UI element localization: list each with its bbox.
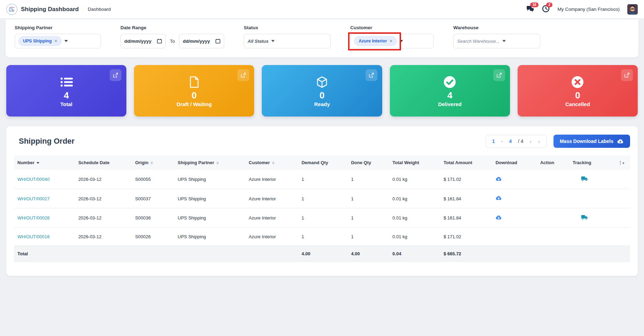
external-link-icon[interactable] (621, 69, 633, 81)
menu-dashboard[interactable]: Dashboard (88, 7, 111, 12)
calendar-icon (215, 39, 220, 43)
card-delivered-label: Delivered (438, 101, 462, 107)
shipping-partner-label: Shipping Partner (15, 25, 101, 30)
external-link-icon[interactable] (237, 69, 249, 81)
messages-button[interactable]: 16 (526, 5, 534, 14)
calendar-icon (157, 39, 162, 43)
filter-bar: Shipping Partner UPS Shipping × Date Ran… (6, 19, 638, 57)
tracking-truck-icon[interactable] (581, 176, 588, 182)
card-total[interactable]: 4 Total (6, 65, 126, 117)
filter-warehouse: Warehouse Search Warehouse... (453, 25, 540, 48)
filter-customer: Customer Azure Interior × (350, 25, 434, 48)
page-end[interactable]: 4 (509, 138, 512, 144)
remove-customer-tag-icon[interactable]: × (390, 39, 392, 43)
col-done-qty[interactable]: Done Qty (347, 155, 389, 170)
card-delivered[interactable]: 4 Delivered (390, 65, 510, 117)
activities-badge: 2 (546, 2, 552, 7)
x-circle-icon (571, 74, 584, 90)
card-ready[interactable]: 0 Ready (262, 65, 382, 117)
table-row: WH/OUT/00040 2026-03-12 S00055 UPS Shipp… (14, 170, 630, 189)
card-draft-label: Draft / Waiting (176, 101, 212, 107)
order-number-link[interactable]: WH/OUT/00027 (14, 189, 75, 208)
page-start[interactable]: 1 (492, 138, 495, 144)
activities-button[interactable]: 2 (542, 5, 550, 14)
customer-label: Customer (350, 25, 434, 30)
company-switcher[interactable]: My Company (San Francisco) (557, 7, 620, 12)
total-amount: $ 665.72 (440, 246, 492, 262)
chevron-down-icon (400, 40, 403, 42)
col-customer[interactable]: Customer (245, 155, 298, 170)
external-link-icon[interactable] (366, 69, 377, 81)
total-weight: 0.04 (389, 246, 440, 262)
total-done: 4.00 (347, 246, 389, 262)
pagination: 1 - 4 / 4 ‹ › (486, 135, 547, 148)
order-number-link[interactable]: WH/OUT/00040 (14, 170, 75, 189)
card-draft-count: 0 (192, 90, 197, 101)
col-total-amount[interactable]: Total Amount (440, 155, 492, 170)
col-schedule-date[interactable]: Schedule Date (75, 155, 132, 170)
remove-shipping-partner-tag-icon[interactable]: × (55, 39, 57, 43)
warehouse-search-select[interactable]: Search Warehouse... (453, 34, 540, 48)
download-label-icon[interactable] (495, 215, 502, 220)
col-total-weight[interactable]: Total Weight (389, 155, 440, 170)
user-avatar[interactable] (627, 4, 638, 15)
order-number-link[interactable]: WH/OUT/00026 (14, 208, 75, 228)
top-navbar: odoo Shipping Dashboard Dashboard 16 2 M… (0, 0, 644, 19)
list-icon (60, 74, 73, 90)
app-logo-icon[interactable]: odoo (6, 4, 17, 15)
card-draft-waiting[interactable]: 0 Draft / Waiting (134, 65, 254, 117)
col-tracking: Tracking (569, 155, 615, 170)
table-row: WH/OUT/00027 2026-03-12 S00037 UPS Shipp… (14, 189, 630, 208)
col-origin[interactable]: Origin (132, 155, 174, 170)
table-header-row: Number Schedule Date Origin Shipping Par… (14, 155, 630, 170)
card-cancelled[interactable]: 0 Cancelled (518, 65, 638, 117)
card-cancelled-label: Cancelled (565, 101, 590, 107)
warehouse-label: Warehouse (453, 25, 540, 30)
chevron-down-icon (502, 40, 506, 42)
shipping-order-section: Shipping Order 1 - 4 / 4 ‹ › Mass Downlo… (6, 126, 638, 276)
date-to-label: To (170, 39, 175, 44)
check-circle-icon (443, 74, 456, 90)
column-settings-icon[interactable]: ⋮▾ (615, 155, 630, 170)
download-label-icon[interactable] (495, 176, 502, 182)
card-total-count: 4 (64, 90, 69, 101)
col-shipping-partner[interactable]: Shipping Partner (174, 155, 245, 170)
external-link-icon[interactable] (110, 69, 121, 81)
card-delivered-count: 4 (447, 90, 452, 101)
customer-tag: Azure Interior × (354, 36, 397, 46)
col-number[interactable]: Number (14, 155, 75, 170)
col-demand-qty[interactable]: Demand Qty (298, 155, 347, 170)
messages-badge: 16 (530, 2, 538, 7)
card-ready-count: 0 (320, 90, 324, 101)
table-row: WH/OUT/00016 2026-03-12 S00026 UPS Shipp… (14, 228, 630, 246)
page-total: / 4 (518, 138, 524, 144)
customer-select[interactable]: Azure Interior × (350, 34, 434, 48)
shipping-partner-select[interactable]: UPS Shipping × (15, 34, 101, 48)
sort-icon (216, 161, 219, 165)
document-icon (189, 74, 199, 90)
chevron-down-icon (271, 40, 275, 42)
date-to-input[interactable]: dd/mm/yyyy (179, 34, 224, 48)
external-link-icon[interactable] (493, 69, 505, 81)
chevron-down-icon (64, 40, 68, 42)
filter-shipping-partner: Shipping Partner UPS Shipping × (15, 25, 101, 48)
table-row: WH/OUT/00026 2026-03-12 S00036 UPS Shipp… (14, 208, 630, 228)
filter-date-range: Date Range dd/mm/yyyy To dd/mm/yyyy (120, 25, 224, 48)
date-from-input[interactable]: dd/mm/yyyy (120, 34, 166, 48)
sort-icon (272, 161, 275, 165)
tracking-truck-icon[interactable] (581, 215, 588, 220)
col-action: Action (537, 155, 569, 170)
prev-page-icon[interactable]: ‹ (530, 138, 532, 144)
card-total-label: Total (60, 101, 72, 107)
card-ready-label: Ready (314, 101, 330, 107)
table-total-row: Total 4.00 4.00 0.04 $ 665.72 (14, 246, 630, 262)
status-select[interactable]: All Status (244, 34, 331, 48)
shipping-order-table: Number Schedule Date Origin Shipping Par… (14, 155, 630, 262)
shipping-partner-tag: UPS Shipping × (18, 36, 62, 46)
filter-status: Status All Status (244, 25, 331, 48)
download-label-icon[interactable] (495, 195, 502, 201)
next-page-icon[interactable]: › (538, 138, 540, 144)
order-number-link[interactable]: WH/OUT/00016 (14, 228, 75, 246)
mass-download-labels-button[interactable]: Mass Download Labels (553, 135, 630, 148)
sort-icon (150, 161, 153, 165)
